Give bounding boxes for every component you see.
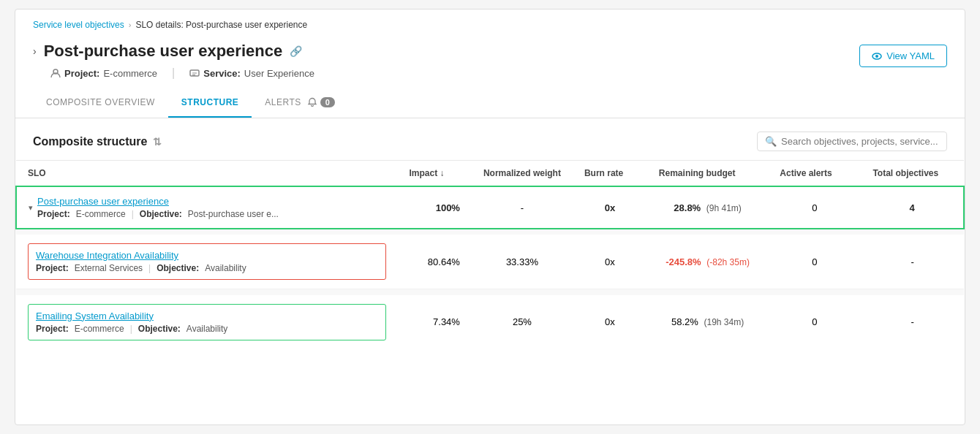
emailing-budget-time: (19h 34m) xyxy=(704,317,744,327)
page-title: Post-purchase user experience xyxy=(44,42,282,61)
warehouse-project-value: External Services xyxy=(75,263,143,273)
bell-icon xyxy=(307,97,317,107)
view-yaml-button[interactable]: View YAML xyxy=(859,45,947,67)
warehouse-budget-value: -245.8% xyxy=(666,256,701,267)
parent-alerts-value: 0 xyxy=(812,202,817,213)
tab-composite-overview[interactable]: COMPOSITE OVERVIEW xyxy=(33,88,168,118)
tab-structure[interactable]: STRUCTURE xyxy=(168,88,252,118)
table-row-warehouse: Warehouse Integration Availability Proje… xyxy=(16,235,964,289)
title-row: › Post-purchase user experience 🔗 xyxy=(33,42,848,61)
emailing-total-value: - xyxy=(911,316,914,327)
page-header: › Post-purchase user experience 🔗 Projec… xyxy=(15,36,965,88)
emailing-slo-cell: Emailing System Availability Project: E-… xyxy=(16,295,398,349)
emailing-burn: 0x xyxy=(573,295,647,349)
project-value: E-commerce xyxy=(103,68,157,79)
emailing-burn-value: 0x xyxy=(605,316,615,327)
breadcrumb-separator: › xyxy=(129,20,132,29)
service-value: User Experience xyxy=(244,68,314,79)
emailing-objective-label: Objective: xyxy=(138,324,181,334)
emailing-slo-name-link[interactable]: Emailing System Availability xyxy=(36,311,378,321)
emailing-total: - xyxy=(861,295,964,349)
emailing-project-value: E-commerce xyxy=(75,324,124,334)
warehouse-budget-time: (-82h 35m) xyxy=(706,257,750,267)
collapse-icon[interactable]: ▾ xyxy=(29,203,33,213)
warehouse-slo-cell: Warehouse Integration Availability Proje… xyxy=(16,235,398,289)
parent-slo-name-link[interactable]: Post-purchase user experience xyxy=(37,196,279,207)
table-body: ▾ Post-purchase user experience Project:… xyxy=(16,186,964,349)
warehouse-alerts: 0 xyxy=(768,235,861,289)
warehouse-total: - xyxy=(861,235,964,289)
row-separator-2 xyxy=(16,289,964,295)
warehouse-alerts-value: 0 xyxy=(812,256,817,267)
link-icon[interactable]: 🔗 xyxy=(290,45,302,57)
sort-icon[interactable]: ⇅ xyxy=(153,136,162,148)
breadcrumb-link[interactable]: Service level objectives xyxy=(33,20,124,30)
parent-total: 4 xyxy=(861,186,964,229)
parent-weight-value: - xyxy=(521,202,524,213)
parent-total-value: 4 xyxy=(910,202,915,213)
service-icon xyxy=(189,68,200,78)
warehouse-slo-meta: Project: External Services | Objective: … xyxy=(36,263,378,273)
emailing-impact: 7.34% xyxy=(398,295,472,349)
warehouse-burn-value: 0x xyxy=(605,256,615,267)
warehouse-total-value: - xyxy=(911,256,914,267)
alerts-badge-wrapper: ALERTS 0 xyxy=(265,97,335,107)
parent-burn-value: 0x xyxy=(605,202,615,213)
col-impact: Impact ↓ xyxy=(398,161,472,187)
col-slo: SLO xyxy=(16,161,398,187)
row-separator-1 xyxy=(16,229,964,235)
parent-impact-value: 100% xyxy=(436,202,460,213)
emailing-meta-sep: | xyxy=(130,324,132,334)
emailing-alerts-value: 0 xyxy=(812,316,817,327)
parent-project-value: E-commerce xyxy=(76,209,126,219)
search-input[interactable] xyxy=(781,136,939,147)
parent-objective-label: Objective: xyxy=(140,209,182,219)
service-meta: Service: User Experience xyxy=(189,68,314,79)
warehouse-budget: -245.8% (-82h 35m) xyxy=(647,235,768,289)
emailing-weight: 25% xyxy=(472,295,573,349)
warehouse-burn: 0x xyxy=(573,235,647,289)
warehouse-objective-value: Availability xyxy=(205,263,246,273)
parent-impact: 100% xyxy=(398,186,472,229)
expand-icon[interactable]: › xyxy=(33,45,37,57)
tab-alerts[interactable]: ALERTS 0 xyxy=(252,88,348,118)
header-left: › Post-purchase user experience 🔗 Projec… xyxy=(33,42,848,80)
breadcrumb-current: SLO details: Post-purchase user experien… xyxy=(135,20,307,30)
col-total: Total objectives xyxy=(861,161,964,187)
warehouse-slo-name-link[interactable]: Warehouse Integration Availability xyxy=(36,250,378,261)
emailing-budget: 58.2% (19h 34m) xyxy=(647,295,768,349)
col-budget: Remaining budget xyxy=(647,161,768,187)
parent-budget-value: 28.8% xyxy=(674,202,701,213)
emailing-slo-meta: Project: E-commerce | Objective: Availab… xyxy=(36,324,378,334)
meta-row: Project: E-commerce | Service: User Expe… xyxy=(33,66,848,80)
emailing-alerts: 0 xyxy=(768,295,861,349)
emailing-project-label: Project: xyxy=(36,324,69,334)
section-title: Composite structure ⇅ xyxy=(33,135,162,148)
warehouse-impact-value: 80.64% xyxy=(428,256,460,267)
warehouse-objective-label: Objective: xyxy=(157,263,199,273)
col-weight: Normalized weight xyxy=(472,161,573,187)
warehouse-weight: 33.33% xyxy=(472,235,573,289)
table-row-emailing: Emailing System Availability Project: E-… xyxy=(16,295,964,349)
emailing-impact-value: 7.34% xyxy=(433,316,460,327)
warehouse-impact: 80.64% xyxy=(398,235,472,289)
parent-project-label: Project: xyxy=(37,209,70,219)
col-alerts: Active alerts xyxy=(768,161,861,187)
alerts-count-badge: 0 xyxy=(320,97,336,107)
parent-slo-content: ▾ Post-purchase user experience Project:… xyxy=(29,196,386,219)
parent-objective-value: Post-purchase user e... xyxy=(188,209,279,219)
warehouse-meta-sep: | xyxy=(148,263,151,273)
emailing-objective-value: Availability xyxy=(186,324,227,334)
parent-burn: 0x xyxy=(573,186,647,229)
warehouse-project-label: Project: xyxy=(36,263,69,273)
parent-slo-cell: ▾ Post-purchase user experience Project:… xyxy=(16,186,398,229)
parent-budget: 28.8% (9h 41m) xyxy=(647,186,768,229)
section-header: Composite structure ⇅ 🔍 xyxy=(15,118,965,160)
slo-table: SLO Impact ↓ Normalized weight Burn rate… xyxy=(15,160,965,349)
search-box: 🔍 xyxy=(757,132,947,151)
svg-point-3 xyxy=(875,55,878,58)
parent-slo-meta: Project: E-commerce | Objective: Post-pu… xyxy=(37,209,279,219)
main-container: Service level objectives › SLO details: … xyxy=(15,9,965,425)
parent-slo-info: Post-purchase user experience Project: E… xyxy=(37,196,279,219)
project-meta: Project: E-commerce xyxy=(50,68,157,79)
